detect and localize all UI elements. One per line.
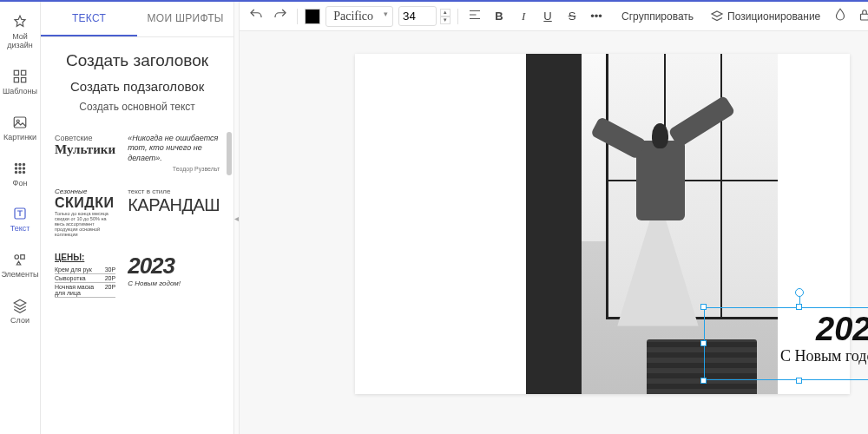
selected-text-content[interactable]: 2023 С Новым годом!	[709, 312, 868, 375]
app-root: Мой дизайн Шаблоны Картинки Фон Текст Эл…	[0, 0, 868, 434]
undo-button[interactable]	[247, 7, 266, 25]
create-subheading[interactable]: Создать подзаголовок	[53, 79, 221, 94]
preset-main: Мультики	[55, 142, 115, 157]
rail-label: Фон	[13, 180, 28, 188]
image-icon	[11, 114, 29, 131]
preset-prices-header: ЦЕНЫ:	[55, 253, 115, 262]
resize-handle-tl[interactable]	[700, 304, 707, 310]
size-down[interactable]: ▾	[440, 16, 450, 24]
preset-top: Советские	[55, 134, 115, 142]
size-up[interactable]: ▴	[440, 9, 450, 16]
font-size-stepper: ▴ ▾	[440, 9, 450, 24]
stage[interactable]: 2023 С Новым годом!	[240, 31, 868, 434]
background-icon	[11, 160, 29, 177]
price-row: Ночная маска для лица20Р	[55, 283, 115, 298]
svg-rect-3	[22, 77, 26, 82]
font-select[interactable]: Pacifico	[326, 6, 393, 27]
resize-handle-ml[interactable]	[700, 340, 707, 346]
svg-rect-18	[861, 14, 868, 20]
rail-layers[interactable]: Слои	[0, 291, 40, 332]
rail-images[interactable]: Картинки	[0, 108, 40, 148]
svg-rect-1	[22, 70, 26, 75]
redo-button[interactable]	[271, 7, 290, 25]
rail-label: Текст	[10, 225, 30, 233]
more-text-button[interactable]: •••	[587, 10, 606, 23]
canvas-text-greeting: С Новым годом!	[709, 347, 868, 365]
canvas-area: Pacifico ▴ ▾ B I U S ••• Сгруппировать П…	[240, 2, 868, 434]
templates-icon	[11, 68, 29, 85]
canvas-text-year: 2023	[709, 312, 868, 345]
align-button[interactable]	[465, 7, 484, 25]
preset-caption: Только до конца месяца скидки от 10 до 5…	[55, 211, 115, 237]
create-body[interactable]: Создать основной текст	[53, 101, 221, 113]
text-color-swatch[interactable]	[305, 9, 320, 24]
strikethrough-button[interactable]: S	[562, 10, 582, 23]
preset-greeting: С Новым годом!	[128, 279, 220, 287]
rail-text[interactable]: Текст	[0, 199, 40, 240]
rail-label: Элементы	[1, 271, 38, 279]
font-size-input[interactable]	[398, 6, 437, 26]
svg-point-11	[23, 167, 24, 168]
svg-point-14	[23, 171, 24, 173]
layers-icon	[709, 9, 725, 24]
panel-tabs: ТЕКСТ МОИ ШРИФТЫ	[41, 2, 233, 37]
rotate-handle[interactable]	[795, 288, 804, 297]
rail-label: Слои	[10, 317, 30, 326]
preset-2023[interactable]: 2023 С Новым годом!	[126, 251, 221, 299]
bold-button[interactable]: B	[490, 10, 509, 23]
canvas-toolbar: Pacifico ▴ ▾ B I U S ••• Сгруппировать П…	[240, 2, 868, 31]
preset-sov-multiki[interactable]: Советские Мультики	[53, 132, 117, 174]
svg-point-12	[15, 171, 16, 173]
italic-button[interactable]: I	[514, 10, 533, 23]
lock-button[interactable]	[855, 7, 868, 25]
preset-year: 2023	[128, 253, 220, 279]
selected-text-group[interactable]: 2023 С Новым годом!	[704, 307, 868, 380]
tab-text[interactable]: ТЕКСТ	[41, 2, 137, 36]
resize-handle-bl[interactable]	[700, 378, 707, 384]
rail-my-design[interactable]: Мой дизайн	[0, 7, 40, 56]
svg-point-6	[15, 163, 16, 165]
rail-background[interactable]: Фон	[0, 154, 40, 194]
resize-handle-bm[interactable]	[796, 378, 802, 384]
separator	[297, 9, 298, 24]
preset-karandash[interactable]: текст в стиле Карандаш	[126, 186, 221, 239]
preset-main: Карандаш	[128, 195, 220, 215]
position-button[interactable]: Позиционирование	[704, 5, 825, 28]
svg-rect-0	[14, 70, 18, 75]
tab-my-fonts[interactable]: МОИ ШРИФТЫ	[137, 2, 233, 36]
group-button[interactable]: Сгруппировать	[616, 7, 699, 26]
left-rail: Мой дизайн Шаблоны Картинки Фон Текст Эл…	[0, 2, 41, 434]
opacity-button[interactable]	[831, 7, 850, 25]
preset-skidki[interactable]: Сезонные СКИДКИ Только до конца месяца с…	[53, 186, 117, 239]
svg-point-9	[15, 167, 16, 168]
svg-rect-17	[21, 255, 25, 260]
elements-icon	[11, 251, 29, 268]
text-presets: Советские Мультики «Никогда не ошибается…	[53, 132, 221, 299]
collapse-panel-button[interactable]: ◂	[234, 214, 239, 223]
create-heading[interactable]: Создать заголовок	[53, 51, 221, 70]
side-panel: ТЕКСТ МОИ ШРИФТЫ Создать заголовок Созда…	[41, 2, 234, 434]
artboard[interactable]: 2023 С Новым годом!	[355, 54, 850, 394]
preset-prices[interactable]: ЦЕНЫ: Крем для рук30Р Сыворотка20Р Ночна…	[53, 251, 117, 299]
preset-main: СКИДКИ	[55, 195, 115, 211]
panel-scrollbar[interactable]	[227, 132, 232, 175]
layers-icon	[11, 297, 29, 314]
preset-top: текст в стиле	[128, 187, 220, 195]
price-row: Крем для рук30Р	[55, 266, 115, 274]
preset-quote[interactable]: «Никогда не ошибается тот, кто ничего не…	[126, 132, 221, 174]
underline-button[interactable]: U	[538, 10, 557, 23]
rail-elements[interactable]: Элементы	[0, 245, 40, 286]
preset-top: Сезонные	[55, 187, 115, 195]
price-row: Сыворотка20Р	[55, 274, 115, 283]
svg-point-10	[19, 167, 21, 168]
position-label: Позиционирование	[727, 10, 820, 23]
preset-quote-author: Теодор Рузвельт	[128, 166, 220, 172]
resize-handle-tm[interactable]	[796, 304, 802, 310]
svg-rect-4	[14, 117, 26, 128]
preset-quote-text: «Никогда не ошибается тот, кто ничего не…	[128, 134, 220, 163]
svg-rect-2	[14, 77, 18, 82]
rail-label: Мой дизайн	[2, 33, 38, 50]
svg-point-7	[19, 163, 21, 165]
rail-label: Шаблоны	[3, 88, 37, 96]
rail-templates[interactable]: Шаблоны	[0, 62, 40, 102]
